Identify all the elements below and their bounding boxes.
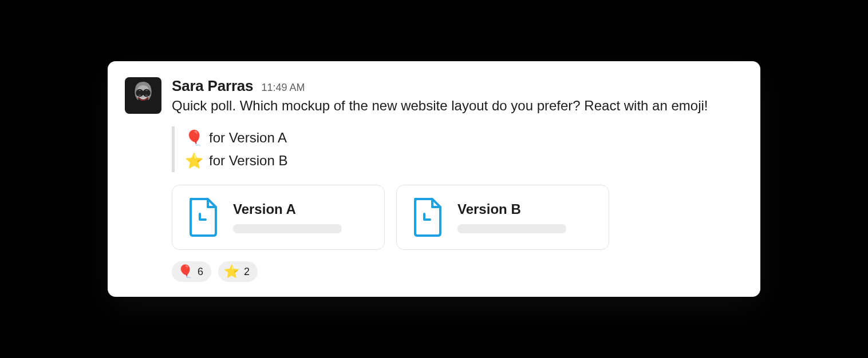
message-body: Sara Parras 11:49 AM Quick poll. Which m… xyxy=(172,77,743,282)
reactions-row: 🎈 6 ⭐ 2 xyxy=(172,261,743,282)
attachment-body: Version B xyxy=(457,201,595,233)
reaction-count: 2 xyxy=(244,266,250,278)
reaction-star[interactable]: ⭐ 2 xyxy=(218,261,258,282)
attachment-body: Version A xyxy=(233,201,370,233)
message-text: Quick poll. Which mockup of the new webs… xyxy=(172,96,743,116)
avatar-image xyxy=(125,77,161,114)
attachments-row: Version A Version B xyxy=(172,185,743,250)
poll-option: 🎈 for Version A xyxy=(185,126,743,149)
message-row: Sara Parras 11:49 AM Quick poll. Which m… xyxy=(125,77,743,282)
attachment-title: Version A xyxy=(233,201,370,217)
author-name[interactable]: Sara Parras xyxy=(172,77,253,95)
message-card: Sara Parras 11:49 AM Quick poll. Which m… xyxy=(108,61,760,297)
star-icon: ⭐ xyxy=(185,149,203,172)
avatar[interactable] xyxy=(125,77,161,114)
star-icon: ⭐ xyxy=(224,264,239,279)
attachment-meta-placeholder xyxy=(233,224,342,233)
poll-options-block: 🎈 for Version A ⭐ for Version B xyxy=(172,126,743,173)
poll-option-label: for Version A xyxy=(209,127,287,148)
attachment-meta-placeholder xyxy=(457,224,566,233)
reaction-count: 6 xyxy=(198,266,203,278)
timestamp: 11:49 AM xyxy=(261,82,305,94)
balloon-icon: 🎈 xyxy=(177,264,193,279)
file-attachment[interactable]: Version A xyxy=(172,185,385,250)
file-attachment[interactable]: Version B xyxy=(396,185,609,250)
poll-option: ⭐ for Version B xyxy=(185,149,743,172)
attachment-title: Version B xyxy=(457,201,595,217)
file-icon xyxy=(186,197,219,238)
file-icon xyxy=(411,197,444,238)
balloon-icon: 🎈 xyxy=(185,126,203,149)
message-header: Sara Parras 11:49 AM xyxy=(172,77,743,95)
poll-option-label: for Version B xyxy=(209,150,287,171)
reaction-balloon[interactable]: 🎈 6 xyxy=(172,261,211,282)
